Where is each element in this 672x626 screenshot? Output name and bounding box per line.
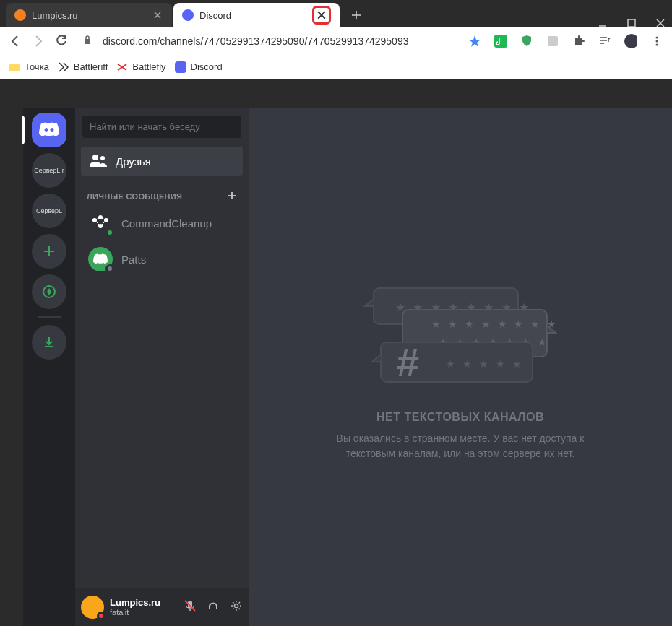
bookmark-battlefly[interactable]: Battlefly	[116, 61, 165, 73]
minimize-icon[interactable]	[598, 19, 607, 27]
avatar	[88, 211, 113, 235]
close-icon[interactable]	[152, 9, 163, 21]
svg-text:★ ★ ★ ★ ★: ★ ★ ★ ★ ★	[446, 358, 524, 370]
server-item[interactable]: СерверL	[32, 194, 66, 228]
favicon-icon	[116, 61, 128, 73]
svg-rect-9	[175, 61, 186, 73]
user-controls	[184, 599, 243, 615]
window-controls	[598, 19, 672, 27]
window-close-icon[interactable]	[656, 19, 665, 27]
discord-app: СерверL.r СерверL Найти или начать бесед…	[23, 108, 672, 626]
dm-column: Найти или начать беседу Друзья ЛИЧНЫЕ СО…	[75, 108, 249, 626]
shield-extension-icon[interactable]	[520, 35, 533, 48]
mute-icon[interactable]	[184, 599, 197, 615]
star-icon[interactable]	[468, 35, 481, 48]
explore-button[interactable]	[32, 274, 66, 309]
bookmark-discord[interactable]: Discord	[175, 61, 223, 73]
create-dm-button[interactable]	[227, 191, 237, 202]
empty-illustration: ★ ★ ★ ★ ★ ★ ★ ★ ★ ★ ★ ★ ★ ★ ★ ★ ★ ★ ★ ★ …	[359, 274, 561, 389]
tab-title: Discord	[199, 10, 312, 21]
bookmarks-bar: Точка Battleriff Battlefly Discord	[0, 55, 672, 79]
tab-discord[interactable]: Discord	[173, 3, 340, 27]
svg-rect-0	[628, 19, 635, 27]
dm-section-header: ЛИЧНЫЕ СООБЩЕНИЯ	[75, 182, 249, 205]
svg-rect-2	[494, 35, 507, 48]
empty-title: НЕТ ТЕКСТОВЫХ КАНАЛОВ	[376, 411, 544, 424]
friends-icon	[90, 154, 107, 169]
status-indicator	[105, 228, 114, 237]
maximize-icon[interactable]	[627, 19, 636, 27]
profile-avatar-icon[interactable]	[624, 35, 637, 48]
svg-rect-8	[9, 64, 20, 71]
user-name: Lumpics.ru	[110, 597, 160, 609]
status-indicator	[97, 612, 105, 620]
menu-icon[interactable]	[650, 35, 663, 48]
status-indicator	[105, 264, 114, 273]
user-info[interactable]: Lumpics.ru fatalit	[110, 597, 160, 618]
svg-point-4	[624, 34, 637, 48]
bookmark-label: Discord	[191, 61, 223, 72]
section-label: ЛИЧНЫЕ СООБЩЕНИЯ	[87, 192, 182, 201]
main-content: ★ ★ ★ ★ ★ ★ ★ ★ ★ ★ ★ ★ ★ ★ ★ ★ ★ ★ ★ ★ …	[249, 108, 672, 626]
tab-favicon	[14, 9, 26, 21]
settings-icon[interactable]	[230, 599, 243, 615]
svg-rect-1	[85, 39, 90, 44]
download-button[interactable]	[32, 325, 66, 360]
dm-name: CommandCleanup	[121, 217, 212, 230]
favicon-icon	[175, 61, 186, 73]
address-bar: discord.com/channels/747052991374295090/…	[0, 27, 672, 55]
close-icon[interactable]	[312, 6, 331, 25]
folder-icon	[9, 61, 20, 73]
tab-favicon	[182, 9, 194, 21]
music-extension-icon[interactable]	[494, 35, 507, 48]
favicon-icon	[58, 61, 69, 73]
svg-text:★ ★ ★ ★ ★ ★ ★ ★: ★ ★ ★ ★ ★ ★ ★ ★	[431, 318, 559, 330]
playlist-icon[interactable]	[598, 35, 611, 48]
divider	[38, 316, 61, 318]
friends-label: Друзья	[116, 155, 151, 168]
extension-icon[interactable]	[546, 35, 559, 48]
svg-point-6	[656, 40, 658, 43]
user-panel: Lumpics.ru fatalit	[75, 588, 249, 626]
bookmark-label: Battlefly	[132, 61, 165, 72]
bookmark-battleriff[interactable]: Battleriff	[58, 61, 108, 73]
server-column: СерверL.r СерверL	[23, 108, 75, 626]
svg-point-11	[92, 155, 98, 160]
forward-icon[interactable]	[32, 35, 45, 48]
home-button[interactable]	[32, 113, 66, 147]
avatar	[88, 247, 113, 271]
add-server-button[interactable]	[32, 234, 66, 269]
tabs-row: Lumpics.ru Discord	[0, 0, 672, 27]
dm-item[interactable]: Patts	[81, 243, 243, 276]
svg-point-12	[100, 156, 105, 160]
lock-icon[interactable]	[82, 35, 92, 48]
user-avatar[interactable]	[81, 596, 104, 619]
deafen-icon[interactable]	[207, 599, 220, 615]
tab-lumpics[interactable]: Lumpics.ru	[6, 3, 172, 27]
user-tag: fatalit	[110, 608, 160, 617]
svg-text:#: #	[397, 339, 419, 385]
reload-icon[interactable]	[55, 35, 68, 48]
new-tab-button[interactable]	[345, 4, 367, 26]
dm-item[interactable]: CommandCleanup	[81, 207, 243, 240]
friends-button[interactable]: Друзья	[81, 147, 243, 176]
tab-title: Lumpics.ru	[32, 10, 152, 21]
url-field[interactable]: discord.com/channels/747052991374295090/…	[103, 35, 455, 47]
bookmark-label: Battleriff	[74, 61, 108, 72]
bookmark-tochka[interactable]: Точка	[9, 61, 49, 73]
back-icon[interactable]	[9, 35, 22, 48]
bookmark-label: Точка	[25, 61, 49, 72]
empty-description: Вы оказались в странном месте. У вас нет…	[316, 431, 605, 461]
puzzle-extension-icon[interactable]	[572, 35, 585, 48]
server-item[interactable]: СерверL.r	[32, 153, 66, 188]
svg-rect-3	[548, 36, 558, 46]
svg-point-18	[235, 604, 238, 608]
svg-point-5	[656, 37, 658, 39]
dm-name: Patts	[121, 253, 146, 266]
search-input[interactable]: Найти или начать беседу	[82, 116, 241, 138]
svg-point-7	[656, 44, 658, 46]
